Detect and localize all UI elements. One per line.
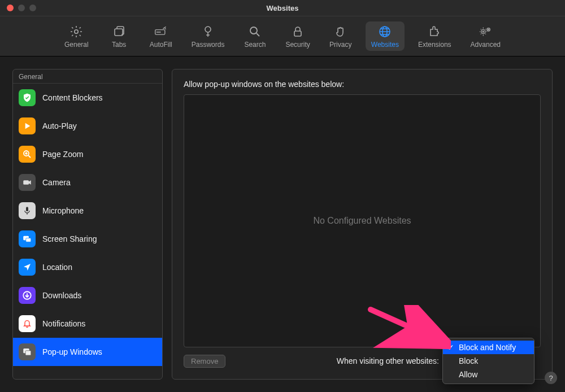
preferences-toolbar: General Tabs AutoFill Passwords [0,16,565,56]
lock-icon [291,25,305,38]
tab-label: General [64,41,89,49]
tab-label: Tabs [112,41,126,49]
sidebar-item-label: Notifications [42,319,85,328]
puzzle-icon [428,25,441,38]
titlebar: Websites [0,0,565,16]
tab-security[interactable]: Security [280,21,315,51]
svg-rect-22 [25,351,31,355]
dropdown-option-allow[interactable]: Allow [443,368,534,381]
sidebar-item-location[interactable]: Location [13,253,162,281]
zoom-icon [19,146,36,163]
key-icon [201,25,215,38]
svg-point-12 [483,31,484,32]
configured-websites-list[interactable]: No Configured Websites [184,94,541,347]
sidebar-item-popup-windows[interactable]: Pop-up Windows [13,338,162,366]
tab-advanced[interactable]: Advanced [465,21,506,51]
tab-privacy[interactable]: Privacy [324,21,358,51]
sidebar-item-screen-sharing[interactable]: Screen Sharing [13,225,162,253]
remove-button[interactable]: Remove [184,355,225,368]
tab-autofill[interactable]: AutoFill [144,21,178,51]
tab-search[interactable]: Search [238,21,272,51]
hand-icon [334,25,347,38]
help-button[interactable]: ? [545,372,557,384]
sidebar-item-camera[interactable]: Camera [13,168,162,197]
tab-passwords[interactable]: Passwords [186,21,231,51]
tab-label: Security [285,41,310,49]
dropdown-option-label: Block [459,356,478,365]
svg-point-0 [75,29,78,33]
shield-check-icon [19,89,36,106]
location-arrow-icon [19,259,36,276]
sidebar-item-label: Microphone [42,206,84,215]
tab-extensions[interactable]: Extensions [412,21,457,51]
sidebar-item-label: Pop-up Windows [42,347,102,356]
tab-label: Search [244,41,266,49]
svg-point-4 [158,32,159,32]
sidebar-item-label: Location [42,263,72,272]
svg-point-5 [159,32,160,32]
svg-point-14 [488,29,489,30]
sidebar-item-label: Screen Sharing [42,234,97,243]
sidebar-item-downloads[interactable]: Downloads [13,281,162,310]
globe-icon [378,25,392,38]
dropdown-option-label: Block and Notify [459,343,516,352]
sidebar-item-label: Content Blockers [42,93,103,102]
tab-tabs[interactable]: Tabs [102,21,136,51]
autofill-icon [154,25,168,38]
search-icon [248,25,262,38]
gears-icon [479,25,492,38]
sidebar-item-page-zoom[interactable]: Page Zoom [13,140,162,168]
sidebar-item-label: Camera [42,178,71,187]
main-heading: Allow pop-up windows on the websites bel… [184,80,541,89]
svg-point-6 [205,27,211,32]
when-visiting-dropdown[interactable]: ✓ Block and Notify Block Allow [442,338,534,384]
tab-label: Advanced [471,41,501,49]
tab-label: Privacy [329,41,351,49]
sidebar-item-auto-play[interactable]: Auto-Play [13,112,162,140]
tabs-icon [112,25,126,38]
tab-label: AutoFill [150,41,172,49]
tab-general[interactable]: General [59,21,94,51]
sidebar-item-label: Page Zoom [42,150,83,159]
download-icon [19,287,36,304]
tab-label: Extensions [418,41,451,49]
svg-point-3 [157,32,157,32]
screens-icon [19,230,36,247]
windows-icon [19,343,36,360]
tab-label: Websites [371,41,399,49]
microphone-icon [19,202,36,219]
dropdown-option-label: Allow [459,370,477,379]
window-title: Websites [0,4,565,12]
svg-point-11 [481,29,485,33]
empty-state-text: No Configured Websites [313,216,411,226]
main-panel: Allow pop-up windows on the websites bel… [172,69,553,380]
sidebar-item-notifications[interactable]: Notifications [13,310,162,338]
dropdown-option-block-and-notify[interactable]: ✓ Block and Notify [443,341,534,354]
camera-icon [19,174,36,191]
gear-icon [69,25,83,38]
svg-rect-1 [115,29,123,36]
sidebar-group-label: General [13,69,162,84]
dropdown-option-block[interactable]: Block [443,354,534,368]
tab-label: Passwords [192,41,225,49]
sidebar: General Content Blockers Auto-Play Page … [12,69,163,380]
svg-rect-19 [26,238,31,242]
svg-rect-17 [26,207,28,211]
sidebar-item-microphone[interactable]: Microphone [13,197,162,225]
sidebar-item-label: Auto-Play [42,121,77,130]
check-icon: ✓ [447,343,455,352]
when-visiting-label: When visiting other websites: [337,356,439,365]
sidebar-item-content-blockers[interactable]: Content Blockers [13,84,162,112]
svg-rect-8 [294,31,301,36]
sidebar-item-label: Downloads [42,291,81,300]
play-icon [19,117,36,134]
svg-rect-16 [23,180,29,185]
bell-icon [19,315,36,332]
svg-point-13 [487,28,490,31]
tab-websites[interactable]: Websites [366,21,405,51]
svg-point-7 [250,27,257,34]
